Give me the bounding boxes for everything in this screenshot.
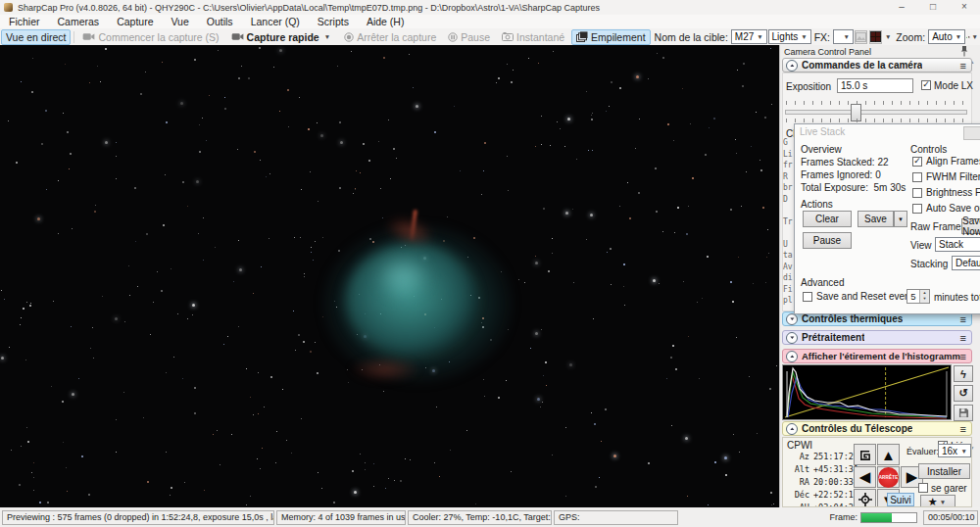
- slew-left-button[interactable]: ◀: [854, 466, 876, 488]
- previewing-status: Previewing : 575 frames (0 dropped) in 1…: [2, 510, 274, 525]
- fx-label: FX:: [811, 31, 833, 43]
- fwhm-filter-checkbox[interactable]: [912, 172, 922, 182]
- camera-icon: [231, 32, 244, 41]
- spiral-search-button[interactable]: [854, 444, 876, 465]
- grid-icon: [870, 31, 881, 42]
- collapse-icon[interactable]: ▲: [786, 60, 798, 72]
- live-view-button[interactable]: Vue en direct: [1, 29, 71, 45]
- camera-commands-header[interactable]: ▲ Commandes de la caméra ≡: [782, 58, 972, 72]
- telescope-controls-header[interactable]: ▲ Contrôles du Télescope ≡: [782, 421, 972, 436]
- collapse-icon[interactable]: ▲: [786, 351, 798, 362]
- chevron-down-icon: ▼: [322, 33, 332, 40]
- save-button[interactable]: Save: [858, 211, 894, 227]
- pause-stack-button[interactable]: Pause: [803, 232, 852, 249]
- hamburger-icon[interactable]: ≡: [960, 61, 966, 71]
- exposure-input[interactable]: 15.0 s: [837, 78, 913, 93]
- start-capture-button[interactable]: Commencer la capture (S): [77, 29, 223, 45]
- park-label: se garer: [931, 483, 967, 494]
- frame-progress-bar: [860, 512, 917, 523]
- maximize-button[interactable]: □: [917, 0, 949, 15]
- close-button[interactable]: ×: [949, 0, 980, 15]
- pause-button[interactable]: Pause: [443, 29, 495, 45]
- window-title: SharpCap Pro (v4.0.8026, 64 bit) - QHY29…: [18, 3, 600, 13]
- save-stretch-button[interactable]: [954, 405, 973, 421]
- center-target-button[interactable]: [854, 489, 876, 507]
- collapse-icon[interactable]: ▲: [786, 423, 798, 435]
- spinner-arrows-icon[interactable]: ▲▼: [919, 290, 929, 303]
- chevron-down-icon[interactable]: ▼: [883, 33, 893, 40]
- minutes-spinner[interactable]: 5▲▼: [906, 289, 930, 304]
- stacking-combo[interactable]: Default: [952, 256, 980, 270]
- live-stack-sys-button[interactable]: [963, 126, 980, 140]
- star-catalog-button[interactable]: ★▼: [920, 495, 956, 507]
- menu-cameras[interactable]: Cameras: [49, 16, 109, 27]
- histogram-header[interactable]: ▲ Afficher l'étirement de l'histogramme …: [782, 349, 972, 363]
- reset-stretch-button[interactable]: ↺: [954, 385, 973, 402]
- stack-button[interactable]: Empilement: [571, 29, 650, 45]
- expand-icon[interactable]: ▼: [786, 332, 798, 344]
- nebula-red-fringe-bottom: [349, 357, 421, 382]
- save-dropdown-button[interactable]: ▼: [894, 211, 907, 227]
- title-bar: SharpCap Pro (v4.0.8026, 64 bit) - QHY29…: [0, 0, 980, 15]
- target-name-label: Nom de la cible:: [652, 31, 731, 43]
- stop-capture-button[interactable]: Arrêter la capture: [339, 29, 441, 45]
- expand-icon[interactable]: ▼: [786, 313, 798, 325]
- slew-up-button[interactable]: ▲: [877, 444, 900, 465]
- zoom-label: Zoom:: [893, 31, 928, 43]
- menu-vue[interactable]: Vue: [162, 16, 197, 27]
- dropdown-arrow-icon: ▼: [840, 33, 852, 40]
- view-label: View: [910, 240, 932, 251]
- zoom-combo[interactable]: Auto▼: [928, 29, 965, 44]
- brightness-filter-checkbox[interactable]: [912, 188, 922, 198]
- clear-button[interactable]: Clear: [803, 211, 852, 227]
- slider-ticks-bottom: [786, 119, 964, 122]
- image-adjust-button[interactable]: [855, 30, 867, 44]
- target-name-combo[interactable]: M27▼: [731, 29, 767, 44]
- spiral-icon: [858, 449, 871, 461]
- frame-type-combo[interactable]: Lights▼: [768, 29, 811, 44]
- view-combo[interactable]: Stack: [935, 237, 980, 252]
- snapshot-button[interactable]: Instantané: [497, 29, 569, 45]
- coord-alt: Alt+45:31:31: [788, 464, 858, 474]
- menu-capture[interactable]: Capture: [108, 16, 162, 27]
- dropdown-arrow-icon: ▼: [958, 448, 970, 455]
- minimize-button[interactable]: –: [886, 0, 917, 15]
- slider-ticks-top: [786, 101, 964, 105]
- histogram-display[interactable]: [782, 364, 952, 420]
- install-button[interactable]: Installer: [918, 463, 970, 479]
- stop-slew-button[interactable]: ARRÊTE: [877, 466, 900, 488]
- fx-combo[interactable]: ▼: [833, 29, 854, 44]
- park-checkbox[interactable]: [918, 483, 928, 493]
- menu-aide[interactable]: Aide (H): [358, 16, 414, 27]
- pin-icon[interactable]: [960, 46, 968, 57]
- toolbar-separator: [74, 31, 74, 43]
- save-now-button[interactable]: Save Now: [961, 218, 980, 234]
- controls-group-label: Controls: [910, 144, 947, 155]
- menu-bar: Fichier Cameras Capture Vue Outils Lance…: [0, 15, 980, 28]
- align-frames-checkbox[interactable]: ✓: [912, 157, 922, 167]
- hamburger-icon[interactable]: ≡: [960, 424, 966, 434]
- hamburger-icon[interactable]: ≡: [960, 352, 966, 361]
- save-reset-checkbox[interactable]: [803, 292, 812, 302]
- auto-stretch-button[interactable]: ϟ: [954, 365, 973, 382]
- align-frames-row: ✓Align Frames: [912, 156, 980, 167]
- menu-lancer[interactable]: Lancer (Q): [242, 16, 309, 27]
- lx-mode-checkbox[interactable]: ✓: [921, 80, 931, 90]
- hamburger-icon[interactable]: ≡: [960, 314, 966, 324]
- auto-save-checkbox[interactable]: [912, 204, 922, 214]
- quick-capture-button[interactable]: Capture rapide ▼: [226, 29, 338, 45]
- pretreatment-header[interactable]: ▼ Prétraitement ≡: [782, 330, 972, 345]
- menu-fichier[interactable]: Fichier: [0, 16, 49, 27]
- dark-frame-button[interactable]: [869, 30, 882, 44]
- follow-button[interactable]: Suivi: [887, 493, 914, 506]
- menu-scripts[interactable]: Scripts: [309, 16, 358, 27]
- hamburger-icon[interactable]: ≡: [960, 333, 966, 343]
- menu-outils[interactable]: Outils: [198, 16, 242, 27]
- frames-stacked-value: 22: [877, 157, 888, 168]
- advanced-group-label: Advanced: [801, 277, 844, 288]
- image-viewport[interactable]: [0, 45, 779, 507]
- rate-combo[interactable]: 16x▼: [938, 444, 971, 457]
- exposure-slider[interactable]: [785, 110, 967, 115]
- chevron-down-icon[interactable]: ▼: [970, 33, 980, 40]
- nebula-bright-region: [374, 253, 431, 300]
